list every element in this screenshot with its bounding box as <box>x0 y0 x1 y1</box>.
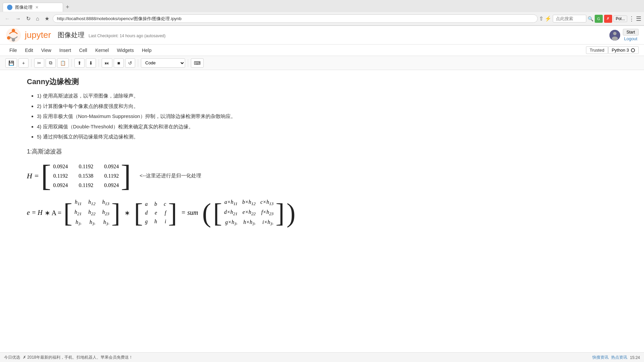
move-up-button[interactable]: ⬆ <box>74 58 85 68</box>
tab-close-button[interactable]: ✕ <box>35 5 39 10</box>
matrix-right-bracket-a: ] <box>168 199 177 226</box>
sub-heading-gaussian: 1:高斯滤波器 <box>27 147 617 156</box>
hv20: h3· <box>74 219 82 227</box>
m22: 0.0924 <box>104 182 119 188</box>
rv12: f×h23 <box>260 209 273 217</box>
m20: 0.0924 <box>53 182 68 188</box>
m01: 0.1192 <box>78 164 93 170</box>
poli-button[interactable]: Pol... <box>613 15 627 22</box>
jupyter-logo: jupyter <box>5 27 51 43</box>
jupyter-header: jupyter 图像处理 Last Checkpoint: 14 hours a… <box>0 26 644 45</box>
bookmark-button[interactable]: ★ <box>43 14 51 23</box>
hv10: h21 <box>74 209 82 217</box>
status-quick-search[interactable]: 快搜资讯 <box>592 355 608 360</box>
jupyter-header-right: Start Logout <box>609 29 639 41</box>
section-heading: Canny边缘检测 <box>27 77 617 87</box>
active-tab[interactable]: 图像处理 ✕ <box>3 3 63 12</box>
rv22: i×h3· <box>260 219 273 227</box>
address-bar[interactable] <box>53 14 538 23</box>
menu-insert[interactable]: Insert <box>55 46 75 55</box>
status-item-2: ✗ 2018年最新的福利，手机、扫地机器人、苹果会员免费送！ <box>23 355 133 360</box>
av22: i <box>164 219 166 225</box>
menu-widgets[interactable]: Widgets <box>113 46 138 55</box>
bullet-item-4: 4) 应用双阈值（Double-Threshold）检测来确定真实的和潜在的边缘… <box>37 123 617 131</box>
m11: 0.1538 <box>78 173 93 179</box>
m12: 0.1192 <box>104 173 119 179</box>
extension-menu-icon[interactable]: ⋮ <box>629 15 635 22</box>
rv00: a×h11 <box>224 199 237 206</box>
settings-icon[interactable]: ☰ <box>636 15 641 22</box>
hv02: h13 <box>102 199 109 206</box>
menu-kernel[interactable]: Kernel <box>91 46 113 55</box>
toolbar-separator-1 <box>31 59 32 67</box>
matrix-right-bracket-r: ] <box>276 199 285 226</box>
toolbar-separator-2 <box>71 59 72 67</box>
menu-cell[interactable]: Cell <box>75 46 91 55</box>
m10: 0.1192 <box>53 173 68 179</box>
matrix-right-bracket-r2: ) <box>286 199 296 226</box>
checkpoint-info: Last Checkpoint: 14 hours ago (autosaved… <box>89 34 165 38</box>
copy-cell-button[interactable]: ⧉ <box>46 58 56 68</box>
menu-view[interactable]: View <box>37 46 55 55</box>
reload-button[interactable]: ↻ <box>24 14 33 23</box>
status-hot-news[interactable]: 热点资讯 <box>611 355 627 360</box>
search-input[interactable] <box>553 15 586 22</box>
h-label: H = <box>27 172 39 180</box>
status-text-1: 今日优选 <box>4 355 20 360</box>
nav-actions: ⇧ ⚡ 🔍 G ✗ Pol... ⋮ ☰ <box>539 15 641 23</box>
m02: 0.0924 <box>104 164 119 170</box>
av10: d <box>145 210 148 216</box>
python-status: Python 3 <box>608 46 639 54</box>
matrix-left-bracket-1: [ <box>41 161 51 191</box>
svg-point-6 <box>612 37 618 41</box>
rv02: c×h13 <box>260 199 273 206</box>
bullet-item-5: 5) 通过抑制孤立的弱边缘最终完成边缘检测。 <box>37 133 617 141</box>
rv21: h×h3· <box>242 219 256 227</box>
new-tab-button[interactable]: + <box>63 4 72 11</box>
trusted-button[interactable]: Trusted <box>586 46 608 54</box>
av11: e <box>154 210 157 216</box>
nav-bar: ← → ↻ ⌂ ★ ⇧ ⚡ 🔍 G ✗ Pol... ⋮ ☰ <box>0 12 644 25</box>
restart-button[interactable]: ↺ <box>125 58 135 68</box>
toolbar-separator-3 <box>99 59 99 67</box>
rv01: b×h12 <box>242 199 256 206</box>
matrix-left-bracket-r: ( <box>202 199 211 226</box>
save-button[interactable]: 💾 <box>5 58 17 68</box>
menu-help[interactable]: Help <box>138 46 156 55</box>
insert-cell-button[interactable]: + <box>18 58 29 68</box>
m21: 0.1192 <box>78 182 93 188</box>
ast-1: ∗ A = <box>45 209 62 217</box>
start-button[interactable]: Start <box>623 29 639 36</box>
tab-bar: 图像处理 ✕ + <box>0 0 644 12</box>
jupyter-wordmark: jupyter <box>25 30 51 40</box>
cut-cell-button[interactable]: ✂ <box>34 58 44 68</box>
toolbar-separator-4 <box>138 59 138 67</box>
tab-title: 图像处理 <box>15 4 33 10</box>
home-button[interactable]: ⌂ <box>34 14 41 23</box>
run-next-button[interactable]: ⏭ <box>102 58 112 68</box>
paste-cell-button[interactable]: 📋 <box>57 58 69 68</box>
cell-type-select[interactable]: Code Markdown Raw NBConvert <box>141 58 185 68</box>
nav-search-icon[interactable]: 🔍 <box>588 16 593 21</box>
lightning-icon: ⚡ <box>545 15 551 22</box>
move-down-button[interactable]: ⬇ <box>86 58 96 68</box>
menu-bar: File Edit View Insert Cell Kernel Widget… <box>0 45 644 56</box>
extension-icon-green[interactable]: G <box>595 15 603 23</box>
logout-button[interactable]: Logout <box>624 36 637 41</box>
extension-icon-red[interactable]: ✗ <box>604 15 612 23</box>
menu-edit[interactable]: Edit <box>21 46 37 55</box>
back-button[interactable]: ← <box>3 14 12 23</box>
e-label: e = H <box>27 209 43 217</box>
notebook-info: 图像处理 Last Checkpoint: 14 hours ago (auto… <box>51 31 609 40</box>
av02: c <box>164 201 166 207</box>
ast-2: ∗ <box>124 209 130 217</box>
status-item-1: 今日优选 <box>4 355 20 360</box>
matrix-right-bracket-h: ] <box>111 199 120 226</box>
python-label: Python 3 <box>612 48 629 53</box>
menu-file[interactable]: File <box>5 46 21 55</box>
forward-button[interactable]: → <box>13 14 23 23</box>
interrupt-button[interactable]: ■ <box>114 58 124 68</box>
notebook-title[interactable]: 图像处理 <box>58 31 85 40</box>
hv11: h22 <box>88 209 95 217</box>
keyboard-shortcuts-button[interactable]: ⌨ <box>191 58 204 68</box>
